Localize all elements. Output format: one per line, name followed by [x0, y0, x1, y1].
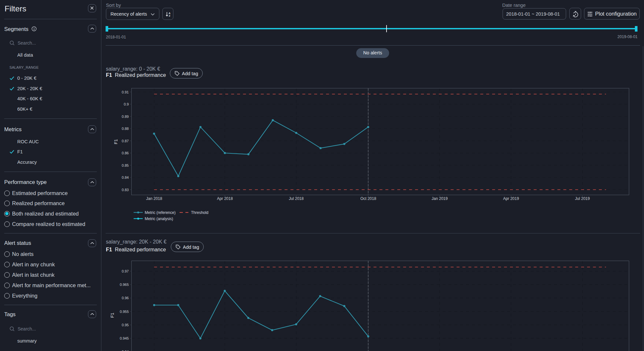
svg-text:Z: Z — [169, 14, 170, 17]
svg-text:Jul 2019: Jul 2019 — [575, 196, 590, 201]
svg-text:Apr 2018: Apr 2018 — [217, 196, 233, 201]
svg-text:Metric (analysis): Metric (analysis) — [145, 217, 173, 221]
svg-text:0.965: 0.965 — [120, 283, 129, 287]
svg-text:0.97: 0.97 — [122, 269, 129, 273]
svg-text:Oct 2018: Oct 2018 — [360, 196, 376, 201]
svg-text:0.87: 0.87 — [122, 139, 129, 143]
svg-text:0.88: 0.88 — [122, 127, 129, 131]
svg-text:0.83: 0.83 — [122, 188, 129, 192]
svg-text:0.9: 0.9 — [124, 102, 129, 106]
svg-text:Threshold: Threshold — [191, 210, 208, 215]
svg-text:Jan 2019: Jan 2019 — [432, 196, 448, 201]
svg-text:0.955: 0.955 — [120, 310, 129, 314]
svg-text:0.945: 0.945 — [120, 336, 129, 340]
svg-text:Jul 2018: Jul 2018 — [289, 196, 304, 201]
svg-text:0.84: 0.84 — [122, 176, 129, 179]
svg-text:Apr 2019: Apr 2019 — [503, 196, 519, 201]
svg-text:0.86: 0.86 — [122, 151, 129, 155]
svg-text:F1: F1 — [113, 139, 118, 144]
svg-text:Jan 2018: Jan 2018 — [146, 196, 162, 201]
svg-text:F1: F1 — [110, 313, 115, 318]
svg-text:0.89: 0.89 — [122, 115, 129, 119]
svg-text:0.96: 0.96 — [122, 296, 129, 300]
svg-text:0.85: 0.85 — [122, 163, 129, 167]
svg-text:0.94: 0.94 — [122, 350, 129, 351]
svg-text:0.91: 0.91 — [122, 90, 129, 94]
svg-text:0.95: 0.95 — [122, 323, 129, 327]
svg-text:Metric (reference): Metric (reference) — [145, 210, 176, 215]
